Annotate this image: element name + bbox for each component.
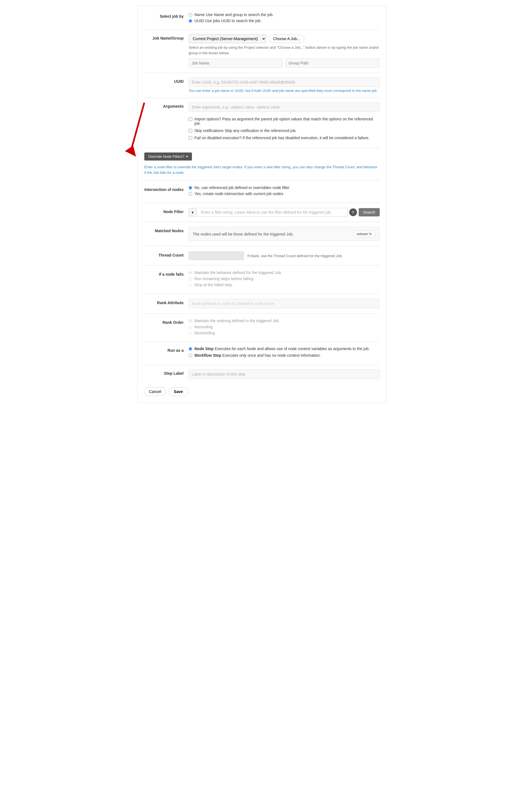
name-radio-label: Name Use Name and group to search the jo… — [194, 13, 274, 17]
maintain-behavior-radio[interactable] — [189, 271, 192, 274]
job-name-group-label: Job Name/Group — [144, 34, 189, 40]
rank-ascending-option[interactable]: Ascending — [189, 325, 380, 329]
intersection-yes-option[interactable]: Yes, create node intersection with curre… — [189, 191, 380, 196]
refresh-button[interactable]: refresh ↻ — [353, 231, 376, 237]
intersection-no-option[interactable]: No, use referenced job defined or overri… — [189, 185, 380, 190]
node-step-strong: Node Step — [194, 346, 214, 351]
step-label-content — [189, 370, 380, 379]
rank-descending-option[interactable]: Descending — [189, 331, 380, 335]
rank-maintain-label: Maintain the ordering defined in the tri… — [194, 319, 279, 323]
workflow-step-radio[interactable] — [189, 354, 192, 357]
rank-maintain-radio[interactable] — [189, 319, 192, 323]
thread-count-content: If blank, use the Thread Count defined f… — [189, 251, 380, 260]
thread-hint: If blank, use the Thread Count defined f… — [247, 254, 343, 258]
arguments-input[interactable] — [189, 102, 380, 112]
node-filter-input-row: ▾ ? Search — [189, 208, 380, 217]
rank-descending-label: Descending — [194, 331, 215, 335]
thread-count-row: Thread Count If blank, use the Thread Co… — [144, 251, 380, 260]
step-label-label: Step Label — [144, 370, 189, 375]
uuid-radio-option[interactable]: UUID Use jobs UUID to search the job. — [189, 19, 380, 23]
import-options-option[interactable]: Import options? Pass as argument the par… — [189, 117, 380, 126]
checkboxes-row: Import options? Pass as argument the par… — [144, 117, 380, 143]
cancel-button[interactable]: Cancel — [144, 387, 166, 396]
override-note: Enter a node filter to override the trig… — [144, 164, 380, 175]
save-button[interactable]: Save — [169, 387, 188, 396]
workflow-step-label: Workflow Step Executes only once and has… — [194, 353, 321, 358]
intersection-row: Intersection of nodes No, use referenced… — [144, 185, 380, 198]
stop-failed-radio[interactable] — [189, 283, 192, 287]
arguments-content — [189, 102, 380, 112]
job-name-group-content: Current Project (Server-Management) Choo… — [189, 34, 380, 68]
job-name-group-row: Job Name/Group Current Project (Server-M… — [144, 34, 380, 68]
stop-failed-option[interactable]: Stop at the failed step. — [189, 283, 380, 287]
override-btn-label: Override Node Filters? — [148, 154, 184, 158]
search-button[interactable]: Search — [359, 208, 380, 216]
workflow-step-strong: Workflow Step — [194, 353, 221, 358]
node-step-desc: Executes for each Node and allows use of… — [215, 346, 370, 351]
thread-count-input[interactable] — [189, 251, 244, 260]
intersection-label: Intersection of nodes — [144, 185, 189, 192]
job-name-input[interactable] — [189, 58, 283, 68]
intersection-content: No, use referenced job defined or overri… — [189, 185, 380, 198]
select-job-by-label: Select job by — [144, 13, 189, 19]
import-options-label: Import options? Pass as argument the par… — [194, 117, 380, 126]
node-step-option[interactable]: Node Step Executes for each Node and all… — [189, 346, 380, 351]
run-as-row: Run as a Node Step Executes for each Nod… — [144, 346, 380, 360]
matched-nodes-label: Matched Nodes — [144, 227, 189, 233]
run-remaining-option[interactable]: Run remaining steps before failing. — [189, 276, 380, 281]
node-step-radio[interactable] — [189, 347, 192, 351]
project-select[interactable]: Current Project (Server-Management) — [189, 34, 266, 43]
fail-disabled-label: Fail on disabled execution? If the refer… — [194, 136, 370, 140]
skip-notifications-checkbox[interactable] — [189, 129, 192, 133]
arguments-label: Arguments — [144, 102, 189, 108]
rank-attribute-label: Rank Attribute — [144, 299, 189, 305]
thread-row-inner: If blank, use the Thread Count defined f… — [189, 251, 380, 260]
run-remaining-radio[interactable] — [189, 277, 192, 281]
if-node-fails-label: If a node fails — [144, 270, 189, 276]
group-path-input[interactable] — [285, 58, 380, 68]
choose-job-button[interactable]: Choose A Job... — [269, 35, 305, 43]
run-as-content: Node Step Executes for each Node and all… — [189, 346, 380, 360]
rank-ascending-radio[interactable] — [189, 325, 192, 329]
name-radio[interactable] — [189, 13, 192, 17]
intersection-yes-label: Yes, create node intersection with curre… — [194, 191, 283, 196]
rank-order-row: Rank Order Maintain the ordering defined… — [144, 319, 380, 337]
override-section: Override Node Filters? ▾ Enter a node fi… — [144, 152, 380, 337]
skip-notifications-option[interactable]: Skip notifications Skip any notification… — [189, 129, 380, 133]
name-radio-option[interactable]: Name Use Name and group to search the jo… — [189, 13, 380, 17]
if-node-fails-content: Maintain the behavior defined for the tr… — [189, 270, 380, 289]
refresh-label: refresh — [357, 232, 368, 236]
step-label-input[interactable] — [189, 370, 380, 379]
checkboxes-content: Import options? Pass as argument the par… — [189, 117, 380, 143]
arguments-row: Arguments — [144, 102, 380, 112]
override-node-filters-button[interactable]: Override Node Filters? ▾ — [144, 152, 192, 160]
help-button[interactable]: ? — [349, 208, 357, 216]
select-job-by-content: Name Use Name and group to search the jo… — [189, 13, 380, 24]
rank-attribute-content — [189, 299, 380, 308]
step-label-row: Step Label — [144, 370, 380, 379]
uuid-radio-label: UUID Use jobs UUID to search the job. — [194, 19, 261, 23]
rank-descending-radio[interactable] — [189, 331, 192, 335]
uuid-row: UUID You can enter a job name or UUID, b… — [144, 78, 380, 93]
uuid-input[interactable] — [189, 78, 380, 87]
rank-attribute-input[interactable] — [189, 299, 380, 308]
intersection-no-radio[interactable] — [189, 186, 192, 190]
matched-nodes-box: The nodes used will be those defined for… — [189, 227, 380, 241]
intersection-yes-radio[interactable] — [189, 192, 192, 196]
maintain-behavior-option[interactable]: Maintain the behavior defined for the tr… — [189, 270, 380, 275]
uuid-radio[interactable] — [189, 19, 192, 23]
import-options-checkbox[interactable] — [189, 117, 192, 121]
fail-disabled-option[interactable]: Fail on disabled execution? If the refer… — [189, 136, 380, 140]
rank-order-content: Maintain the ordering defined in the tri… — [189, 319, 380, 337]
workflow-step-option[interactable]: Workflow Step Executes only once and has… — [189, 353, 380, 358]
job-hint-text: Select an existing job by using the Proj… — [189, 45, 380, 56]
filter-dropdown-button[interactable]: ▾ — [189, 208, 197, 217]
svg-marker-1 — [125, 146, 136, 157]
chevron-down-icon: ▾ — [186, 154, 188, 158]
run-remaining-label: Run remaining steps before failing. — [194, 276, 254, 281]
node-filter-input[interactable] — [198, 208, 348, 217]
uuid-note: You can enter a job name or UUID, but if… — [189, 88, 380, 93]
rank-maintain-option[interactable]: Maintain the ordering defined in the tri… — [189, 319, 380, 323]
job-name-group-inputs — [189, 58, 380, 68]
fail-disabled-checkbox[interactable] — [189, 136, 192, 140]
